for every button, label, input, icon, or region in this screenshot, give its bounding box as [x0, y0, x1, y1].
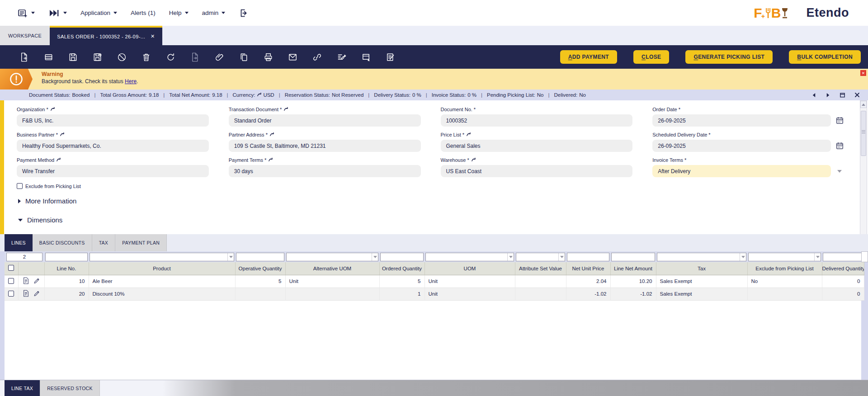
section-dimensions[interactable]: Dimensions	[18, 216, 62, 224]
save-and-close-icon[interactable]	[85, 49, 109, 65]
cell-line-no-[interactable]: 20	[44, 288, 89, 300]
filter-ordered-quantity[interactable]	[380, 253, 424, 261]
link-icon[interactable]	[283, 107, 288, 113]
cell-exclude-from-picking-list[interactable]: No	[747, 275, 822, 288]
exclude-picking-list-checkbox[interactable]	[17, 183, 23, 189]
maximize-view-icon[interactable]	[840, 92, 845, 98]
cell-line-no-[interactable]: 10	[44, 275, 89, 288]
tab-close-icon[interactable]: ✕	[151, 33, 155, 39]
filter-dropdown-icon[interactable]	[814, 253, 821, 261]
calendar-icon[interactable]	[835, 116, 844, 125]
next-record-icon[interactable]	[826, 93, 830, 98]
logout-button[interactable]	[239, 8, 249, 18]
tab-basic-discounts[interactable]: BASIC DISCOUNTS	[33, 234, 92, 251]
scroll-up-icon[interactable]	[860, 101, 867, 108]
clone-icon[interactable]	[231, 49, 256, 65]
dropdown-caret-icon[interactable]	[835, 170, 844, 173]
quick-launch-button[interactable]	[48, 8, 67, 18]
menu-application[interactable]: Application	[80, 9, 117, 16]
workspace-menu-button[interactable]	[17, 8, 35, 19]
cell-alternative-uom[interactable]: Unit	[285, 275, 379, 288]
email-icon[interactable]	[280, 49, 305, 65]
cell-attribute-set-value[interactable]	[515, 275, 566, 288]
cell-exclude-from-picking-list[interactable]	[747, 288, 822, 300]
tab-payment-plan[interactable]: PAYMENT PLAN	[115, 234, 167, 251]
tab-line-tax[interactable]: LINE TAX	[5, 380, 40, 396]
column-header-line-no-[interactable]: Line No.	[44, 262, 89, 275]
link-icon[interactable]	[50, 107, 55, 113]
field-input-invoice-terms[interactable]: After Delivery	[652, 165, 831, 177]
export-icon[interactable]	[183, 49, 207, 65]
filter-tax[interactable]	[657, 253, 746, 261]
cell-attribute-set-value[interactable]	[515, 288, 566, 300]
cell-delivered-quantity[interactable]: 0	[822, 275, 864, 288]
filter-dropdown-icon[interactable]	[372, 253, 378, 261]
add-payment-button[interactable]: ADD PAYMENT	[560, 50, 617, 64]
tab-reserved-stock[interactable]: RESERVED STOCK	[40, 380, 100, 396]
link-icon[interactable]	[305, 49, 329, 65]
column-header-attribute-set-value[interactable]: Attribute Set Value	[515, 262, 566, 275]
cell-net-unit-price[interactable]: -1.02	[566, 288, 610, 300]
column-header-net-unit-price[interactable]: Net Unit Price	[566, 262, 610, 275]
tab-lines[interactable]: LINES	[5, 234, 33, 251]
attachment-icon[interactable]	[207, 49, 231, 65]
filter-alternative-uom[interactable]	[286, 253, 378, 261]
filter-delivered-quantity[interactable]	[823, 253, 863, 261]
calendar-icon[interactable]	[835, 141, 844, 150]
bulk-completion-button[interactable]: BULK COMPLETION	[789, 50, 861, 64]
edit-row-icon[interactable]	[33, 278, 40, 285]
tab-tax[interactable]: TAX	[92, 234, 116, 251]
menu-alerts[interactable]: Alerts (1)	[131, 9, 156, 16]
cell-alternative-uom[interactable]	[285, 288, 379, 300]
cell-delivered-quantity[interactable]: 0	[822, 288, 864, 300]
cell-operative-quantity[interactable]: 5	[235, 275, 285, 288]
filter-dropdown-icon[interactable]	[227, 253, 234, 261]
personalize-icon[interactable]	[329, 49, 354, 65]
new-record-icon[interactable]	[12, 49, 36, 65]
close-button[interactable]: CLOSE	[633, 50, 669, 64]
save-icon[interactable]	[61, 49, 85, 65]
link-icon[interactable]	[269, 132, 274, 138]
section-more-information[interactable]: More Information	[18, 197, 76, 205]
filter-net-unit-price[interactable]	[567, 253, 609, 261]
warning-close-icon[interactable]: ✕	[860, 70, 866, 76]
grid-view-icon[interactable]	[36, 49, 61, 65]
filter-operative-quantity[interactable]	[236, 253, 284, 261]
link-icon[interactable]	[471, 157, 476, 163]
cell-net-unit-price[interactable]: 2.04	[566, 275, 610, 288]
link-icon[interactable]	[60, 132, 65, 138]
column-header-operative-quantity[interactable]: Operative Quantity	[235, 262, 285, 275]
delete-icon[interactable]	[134, 49, 158, 65]
edit-row-icon[interactable]	[33, 290, 40, 298]
cell-uom[interactable]: Unit	[425, 275, 515, 288]
refresh-icon[interactable]	[158, 49, 183, 65]
filter-exclude-from-picking-list[interactable]	[748, 253, 821, 261]
row-checkbox[interactable]	[8, 291, 14, 297]
cell-line-net-amount[interactable]: -1.02	[610, 288, 656, 300]
column-header-line-net-amount[interactable]: Line Net Amount	[610, 262, 656, 275]
column-header-tax[interactable]: Tax	[656, 262, 747, 275]
tab-workspace[interactable]: WORKSPACE	[0, 26, 50, 45]
open-record-icon[interactable]	[23, 290, 29, 298]
form-scrollbar[interactable]	[860, 100, 867, 244]
column-header-delivered-quantity[interactable]: Delivered Quantity	[822, 262, 864, 275]
menu-help[interactable]: Help	[169, 9, 189, 16]
cell-line-net-amount[interactable]: 10.20	[610, 275, 656, 288]
print-icon[interactable]	[256, 49, 280, 65]
filter-uom[interactable]	[425, 253, 514, 261]
grid-row-10[interactable]: 10Ale Beer5Unit5Unit2.0410.20Sales Exemp…	[5, 275, 864, 288]
column-header-product[interactable]: Product	[89, 262, 235, 275]
filter-attribute-set-value[interactable]	[516, 253, 565, 261]
column-header-alternative-uom[interactable]: Alternative UOM	[285, 262, 379, 275]
previous-record-icon[interactable]	[811, 93, 816, 98]
cell-product[interactable]: Discount 10%	[89, 288, 235, 300]
filter-dropdown-icon[interactable]	[740, 253, 746, 261]
tab-sales-order[interactable]: SALES ORDER - 1000352 - 26-09-... ✕	[50, 26, 162, 45]
notes-icon[interactable]	[378, 49, 402, 65]
cell-uom[interactable]: Unit	[425, 288, 515, 300]
row-checkbox[interactable]	[8, 278, 14, 284]
filter-product[interactable]	[90, 253, 234, 261]
column-header-ordered-quantity[interactable]: Ordered Quantity	[379, 262, 425, 275]
column-header-exclude-from-picking-list[interactable]: Exclude from Picking List	[747, 262, 822, 275]
cell-ordered-quantity[interactable]: 1	[379, 288, 425, 300]
